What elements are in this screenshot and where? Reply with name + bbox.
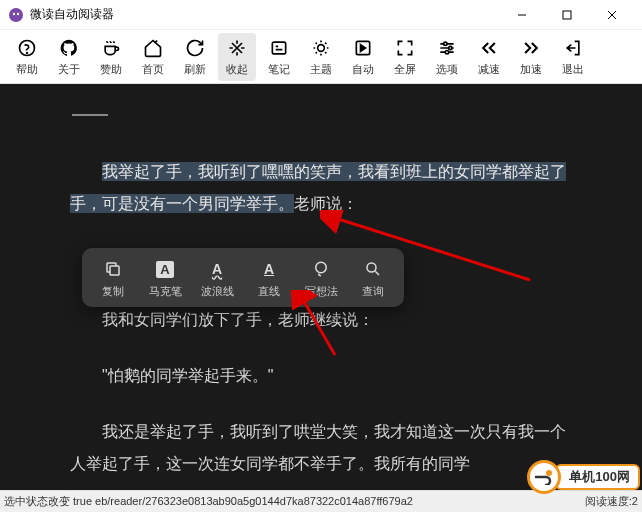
help-button[interactable]: 帮助 [8, 33, 46, 81]
fullscreen-icon [395, 36, 415, 60]
wavy-icon: A [212, 258, 222, 280]
chevron-left-double-icon [479, 36, 499, 60]
help-icon [17, 36, 37, 60]
wavy-button[interactable]: A 波浪线 [192, 258, 242, 299]
status-right: 阅读速度:2 [585, 494, 638, 509]
paragraph-1: 我举起了手，我听到了嘿嘿的笑声，我看到班上的女同学都举起了手，可是没有一个男同学… [70, 156, 572, 220]
marker-icon: A [156, 258, 173, 280]
watermark: 单机100网 [527, 460, 640, 494]
options-icon [437, 36, 457, 60]
svg-point-14 [445, 51, 448, 54]
github-icon [59, 36, 79, 60]
thought-button[interactable]: 写想法 [296, 258, 346, 299]
refresh-button[interactable]: 刷新 [176, 33, 214, 81]
about-button[interactable]: 关于 [50, 33, 88, 81]
svg-point-12 [444, 42, 447, 45]
close-button[interactable] [589, 0, 634, 30]
auto-icon [353, 36, 373, 60]
collapse-button[interactable]: 收起 [218, 33, 256, 81]
copy-button[interactable]: 复制 [88, 258, 138, 299]
svg-point-1 [13, 12, 15, 14]
search-button[interactable]: 查询 [348, 258, 398, 299]
donate-button[interactable]: 赞助 [92, 33, 130, 81]
fullscreen-button[interactable]: 全屏 [386, 33, 424, 81]
svg-rect-15 [110, 266, 119, 275]
svg-point-2 [17, 12, 19, 14]
copy-icon [104, 258, 122, 280]
chevron-right-double-icon [521, 36, 541, 60]
home-icon [143, 36, 163, 60]
collapse-icon [227, 36, 247, 60]
maximize-button[interactable] [544, 0, 589, 30]
thought-icon [312, 258, 330, 280]
window-controls [499, 0, 634, 30]
svg-rect-4 [563, 11, 571, 19]
marker-button[interactable]: A 马克笔 [140, 258, 190, 299]
svg-point-8 [27, 53, 28, 54]
window-title: 微读自动阅读器 [30, 6, 499, 23]
titlebar: 微读自动阅读器 [0, 0, 642, 30]
underline-icon: A [264, 258, 274, 280]
slower-button[interactable]: 减速 [470, 33, 508, 81]
svg-rect-9 [272, 42, 285, 54]
exit-button[interactable]: 退出 [554, 33, 592, 81]
paragraph-3: "怕鹅的同学举起手来。" [70, 360, 572, 392]
minimize-button[interactable] [499, 0, 544, 30]
theme-icon [311, 36, 331, 60]
options-button[interactable]: 选项 [428, 33, 466, 81]
faster-button[interactable]: 加速 [512, 33, 550, 81]
theme-button[interactable]: 主题 [302, 33, 340, 81]
svg-point-0 [9, 8, 23, 22]
svg-point-20 [546, 470, 552, 476]
paragraph-2: 我和女同学们放下了手，老师继续说： [70, 304, 572, 336]
home-button[interactable]: 首页 [134, 33, 172, 81]
svg-point-17 [367, 263, 376, 272]
refresh-icon [185, 36, 205, 60]
search-icon [364, 258, 382, 280]
svg-point-13 [449, 46, 452, 49]
watermark-icon [527, 460, 561, 494]
status-left: 选中状态改变 true eb/reader/276323e0813ab90a5g… [4, 494, 585, 509]
svg-point-10 [318, 45, 325, 52]
svg-point-16 [316, 262, 327, 273]
toolbar: 帮助 关于 赞助 首页 刷新 收起 笔记 主题 自动 全屏 选项 减速 [0, 30, 642, 84]
watermark-text: 单机100网 [555, 464, 640, 490]
notes-button[interactable]: 笔记 [260, 33, 298, 81]
selection-popup: 复制 A 马克笔 A 波浪线 A 直线 写想法 查询 [82, 248, 404, 307]
app-icon [8, 7, 24, 23]
coffee-icon [101, 36, 121, 60]
notes-icon [269, 36, 289, 60]
paragraph-4: 我还是举起了手，我听到了哄堂大笑，我才知道这一次只有我一个人举起了手，这一次连女… [70, 416, 572, 480]
auto-button[interactable]: 自动 [344, 33, 382, 81]
underline-button[interactable]: A 直线 [244, 258, 294, 299]
section-divider [72, 114, 108, 116]
exit-icon [563, 36, 583, 60]
